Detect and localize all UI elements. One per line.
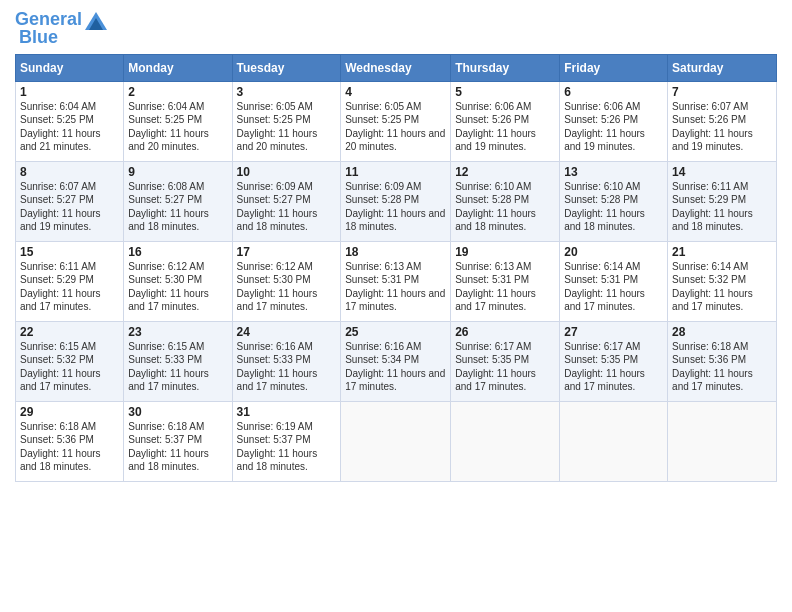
weekday-header-tuesday: Tuesday [232, 54, 341, 81]
day-info: Sunrise: 6:10 AMSunset: 5:28 PMDaylight:… [455, 181, 536, 233]
day-info: Sunrise: 6:16 AMSunset: 5:33 PMDaylight:… [237, 341, 318, 393]
day-number: 3 [237, 85, 337, 99]
day-info: Sunrise: 6:09 AMSunset: 5:27 PMDaylight:… [237, 181, 318, 233]
day-cell: 16 Sunrise: 6:12 AMSunset: 5:30 PMDaylig… [124, 241, 232, 321]
day-number: 14 [672, 165, 772, 179]
day-cell: 6 Sunrise: 6:06 AMSunset: 5:26 PMDayligh… [560, 81, 668, 161]
weekday-header-sunday: Sunday [16, 54, 124, 81]
day-number: 13 [564, 165, 663, 179]
day-cell: 12 Sunrise: 6:10 AMSunset: 5:28 PMDaylig… [451, 161, 560, 241]
logo-icon [85, 12, 107, 30]
day-info: Sunrise: 6:11 AMSunset: 5:29 PMDaylight:… [672, 181, 753, 233]
day-number: 17 [237, 245, 337, 259]
week-row-5: 29 Sunrise: 6:18 AMSunset: 5:36 PMDaylig… [16, 401, 777, 481]
page-header: General Blue [15, 10, 777, 48]
day-info: Sunrise: 6:06 AMSunset: 5:26 PMDaylight:… [564, 101, 645, 153]
day-cell: 28 Sunrise: 6:18 AMSunset: 5:36 PMDaylig… [668, 321, 777, 401]
day-number: 4 [345, 85, 446, 99]
day-cell: 18 Sunrise: 6:13 AMSunset: 5:31 PMDaylig… [341, 241, 451, 321]
day-info: Sunrise: 6:05 AMSunset: 5:25 PMDaylight:… [345, 101, 445, 153]
day-info: Sunrise: 6:16 AMSunset: 5:34 PMDaylight:… [345, 341, 445, 393]
day-cell [668, 401, 777, 481]
day-cell: 10 Sunrise: 6:09 AMSunset: 5:27 PMDaylig… [232, 161, 341, 241]
day-number: 30 [128, 405, 227, 419]
day-info: Sunrise: 6:19 AMSunset: 5:37 PMDaylight:… [237, 421, 318, 473]
day-cell: 7 Sunrise: 6:07 AMSunset: 5:26 PMDayligh… [668, 81, 777, 161]
day-cell: 1 Sunrise: 6:04 AMSunset: 5:25 PMDayligh… [16, 81, 124, 161]
day-cell [560, 401, 668, 481]
day-info: Sunrise: 6:07 AMSunset: 5:27 PMDaylight:… [20, 181, 101, 233]
day-info: Sunrise: 6:12 AMSunset: 5:30 PMDaylight:… [128, 261, 209, 313]
day-number: 23 [128, 325, 227, 339]
day-cell: 11 Sunrise: 6:09 AMSunset: 5:28 PMDaylig… [341, 161, 451, 241]
day-number: 15 [20, 245, 119, 259]
day-info: Sunrise: 6:07 AMSunset: 5:26 PMDaylight:… [672, 101, 753, 153]
day-number: 11 [345, 165, 446, 179]
day-cell: 8 Sunrise: 6:07 AMSunset: 5:27 PMDayligh… [16, 161, 124, 241]
day-cell: 19 Sunrise: 6:13 AMSunset: 5:31 PMDaylig… [451, 241, 560, 321]
day-number: 16 [128, 245, 227, 259]
day-cell: 22 Sunrise: 6:15 AMSunset: 5:32 PMDaylig… [16, 321, 124, 401]
day-info: Sunrise: 6:10 AMSunset: 5:28 PMDaylight:… [564, 181, 645, 233]
day-cell: 20 Sunrise: 6:14 AMSunset: 5:31 PMDaylig… [560, 241, 668, 321]
day-number: 8 [20, 165, 119, 179]
day-cell [451, 401, 560, 481]
logo-text-blue: Blue [19, 28, 58, 48]
day-cell: 24 Sunrise: 6:16 AMSunset: 5:33 PMDaylig… [232, 321, 341, 401]
day-cell: 2 Sunrise: 6:04 AMSunset: 5:25 PMDayligh… [124, 81, 232, 161]
day-info: Sunrise: 6:15 AMSunset: 5:33 PMDaylight:… [128, 341, 209, 393]
day-cell: 30 Sunrise: 6:18 AMSunset: 5:37 PMDaylig… [124, 401, 232, 481]
day-number: 25 [345, 325, 446, 339]
day-number: 7 [672, 85, 772, 99]
logo: General Blue [15, 10, 107, 48]
day-info: Sunrise: 6:06 AMSunset: 5:26 PMDaylight:… [455, 101, 536, 153]
day-number: 22 [20, 325, 119, 339]
day-number: 9 [128, 165, 227, 179]
weekday-header-thursday: Thursday [451, 54, 560, 81]
weekday-header-saturday: Saturday [668, 54, 777, 81]
day-info: Sunrise: 6:18 AMSunset: 5:36 PMDaylight:… [20, 421, 101, 473]
day-cell: 3 Sunrise: 6:05 AMSunset: 5:25 PMDayligh… [232, 81, 341, 161]
day-number: 27 [564, 325, 663, 339]
day-info: Sunrise: 6:13 AMSunset: 5:31 PMDaylight:… [455, 261, 536, 313]
day-number: 10 [237, 165, 337, 179]
weekday-header-wednesday: Wednesday [341, 54, 451, 81]
day-info: Sunrise: 6:18 AMSunset: 5:37 PMDaylight:… [128, 421, 209, 473]
week-row-4: 22 Sunrise: 6:15 AMSunset: 5:32 PMDaylig… [16, 321, 777, 401]
day-cell: 29 Sunrise: 6:18 AMSunset: 5:36 PMDaylig… [16, 401, 124, 481]
day-info: Sunrise: 6:11 AMSunset: 5:29 PMDaylight:… [20, 261, 101, 313]
day-cell: 13 Sunrise: 6:10 AMSunset: 5:28 PMDaylig… [560, 161, 668, 241]
day-number: 19 [455, 245, 555, 259]
day-number: 20 [564, 245, 663, 259]
day-number: 28 [672, 325, 772, 339]
day-info: Sunrise: 6:08 AMSunset: 5:27 PMDaylight:… [128, 181, 209, 233]
day-info: Sunrise: 6:17 AMSunset: 5:35 PMDaylight:… [564, 341, 645, 393]
day-cell: 25 Sunrise: 6:16 AMSunset: 5:34 PMDaylig… [341, 321, 451, 401]
day-info: Sunrise: 6:12 AMSunset: 5:30 PMDaylight:… [237, 261, 318, 313]
day-cell: 27 Sunrise: 6:17 AMSunset: 5:35 PMDaylig… [560, 321, 668, 401]
day-cell: 26 Sunrise: 6:17 AMSunset: 5:35 PMDaylig… [451, 321, 560, 401]
day-cell: 5 Sunrise: 6:06 AMSunset: 5:26 PMDayligh… [451, 81, 560, 161]
week-row-2: 8 Sunrise: 6:07 AMSunset: 5:27 PMDayligh… [16, 161, 777, 241]
day-number: 29 [20, 405, 119, 419]
day-info: Sunrise: 6:15 AMSunset: 5:32 PMDaylight:… [20, 341, 101, 393]
day-info: Sunrise: 6:04 AMSunset: 5:25 PMDaylight:… [128, 101, 209, 153]
day-number: 21 [672, 245, 772, 259]
day-number: 18 [345, 245, 446, 259]
weekday-header-row: SundayMondayTuesdayWednesdayThursdayFrid… [16, 54, 777, 81]
day-info: Sunrise: 6:14 AMSunset: 5:32 PMDaylight:… [672, 261, 753, 313]
day-number: 6 [564, 85, 663, 99]
day-number: 24 [237, 325, 337, 339]
day-cell: 17 Sunrise: 6:12 AMSunset: 5:30 PMDaylig… [232, 241, 341, 321]
day-number: 1 [20, 85, 119, 99]
day-info: Sunrise: 6:05 AMSunset: 5:25 PMDaylight:… [237, 101, 318, 153]
day-cell: 14 Sunrise: 6:11 AMSunset: 5:29 PMDaylig… [668, 161, 777, 241]
day-cell: 23 Sunrise: 6:15 AMSunset: 5:33 PMDaylig… [124, 321, 232, 401]
page-container: General Blue SundayMondayTuesdayWednesda… [0, 0, 792, 487]
day-info: Sunrise: 6:09 AMSunset: 5:28 PMDaylight:… [345, 181, 445, 233]
day-number: 12 [455, 165, 555, 179]
day-info: Sunrise: 6:04 AMSunset: 5:25 PMDaylight:… [20, 101, 101, 153]
week-row-1: 1 Sunrise: 6:04 AMSunset: 5:25 PMDayligh… [16, 81, 777, 161]
weekday-header-monday: Monday [124, 54, 232, 81]
day-number: 31 [237, 405, 337, 419]
